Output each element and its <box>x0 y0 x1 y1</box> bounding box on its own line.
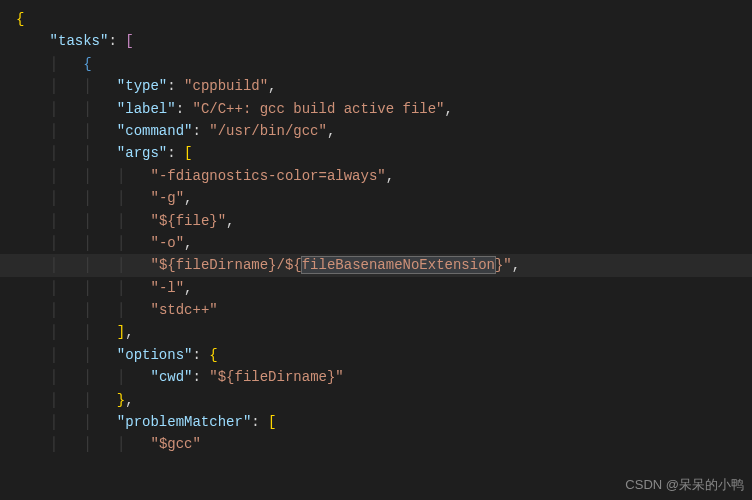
code-line[interactable]: │ │ "args": [ <box>0 142 752 164</box>
code-line[interactable]: │ │ }, <box>0 389 752 411</box>
json-key: "args" <box>117 145 167 161</box>
json-value: "C/C++: gcc build active file" <box>192 101 444 117</box>
open-bracket: [ <box>268 414 276 430</box>
code-line[interactable]: │ │ │ "-o", <box>0 232 752 254</box>
code-line[interactable]: │ │ "problemMatcher": [ <box>0 411 752 433</box>
close-bracket: ] <box>117 324 125 340</box>
selected-text: fileBasenameNoExtension <box>302 257 495 273</box>
open-bracket: [ <box>125 33 133 49</box>
json-key: "cwd" <box>150 369 192 385</box>
watermark: CSDN @呆呆的小鸭 <box>625 475 744 496</box>
json-value-post: }" <box>495 257 512 273</box>
code-line[interactable]: │ │ │ "-g", <box>0 187 752 209</box>
colon: : <box>108 33 125 49</box>
json-key: "options" <box>117 347 193 363</box>
json-value: "-l" <box>150 280 184 296</box>
code-line[interactable]: │ │ "label": "C/C++: gcc build active fi… <box>0 98 752 120</box>
code-line[interactable]: │ │ ], <box>0 321 752 343</box>
json-key: "problemMatcher" <box>117 414 251 430</box>
code-line[interactable]: │ { <box>0 53 752 75</box>
code-line[interactable]: │ │ │ "cwd": "${fileDirname}" <box>0 366 752 388</box>
code-line[interactable]: │ │ │ "-l", <box>0 277 752 299</box>
code-line[interactable]: │ │ │ "${file}", <box>0 210 752 232</box>
code-line[interactable]: │ │ │ "${fileDirname}/${fileBasenameNoEx… <box>0 254 752 276</box>
json-key: "label" <box>117 101 176 117</box>
code-line[interactable]: │ │ "type": "cppbuild", <box>0 75 752 97</box>
json-value: "${fileDirname}" <box>209 369 343 385</box>
json-key: "command" <box>117 123 193 139</box>
json-value: "${file}" <box>150 213 226 229</box>
code-line[interactable]: │ │ │ "-fdiagnostics-color=always", <box>0 165 752 187</box>
json-value: "$gcc" <box>150 436 200 452</box>
code-line[interactable]: { <box>0 8 752 30</box>
code-line[interactable]: │ │ "command": "/usr/bin/gcc", <box>0 120 752 142</box>
code-editor[interactable]: { "tasks": [ │ { │ │ "type": "cppbuild",… <box>0 0 752 464</box>
json-value: "-o" <box>150 235 184 251</box>
json-value: "/usr/bin/gcc" <box>209 123 327 139</box>
json-value-pre: "${fileDirname}/${ <box>150 257 301 273</box>
code-line[interactable]: "tasks": [ <box>0 30 752 52</box>
open-brace: { <box>83 56 91 72</box>
open-brace: { <box>16 11 24 27</box>
json-value: "-g" <box>150 190 184 206</box>
open-brace: { <box>209 347 217 363</box>
close-brace: } <box>117 392 125 408</box>
json-value: "cppbuild" <box>184 78 268 94</box>
code-line[interactable]: │ │ │ "stdc++" <box>0 299 752 321</box>
open-bracket: [ <box>184 145 192 161</box>
json-value: "stdc++" <box>150 302 217 318</box>
json-value: "-fdiagnostics-color=always" <box>150 168 385 184</box>
code-line[interactable]: │ │ │ "$gcc" <box>0 433 752 455</box>
json-key: "tasks" <box>50 33 109 49</box>
json-key: "type" <box>117 78 167 94</box>
code-line[interactable]: │ │ "options": { <box>0 344 752 366</box>
